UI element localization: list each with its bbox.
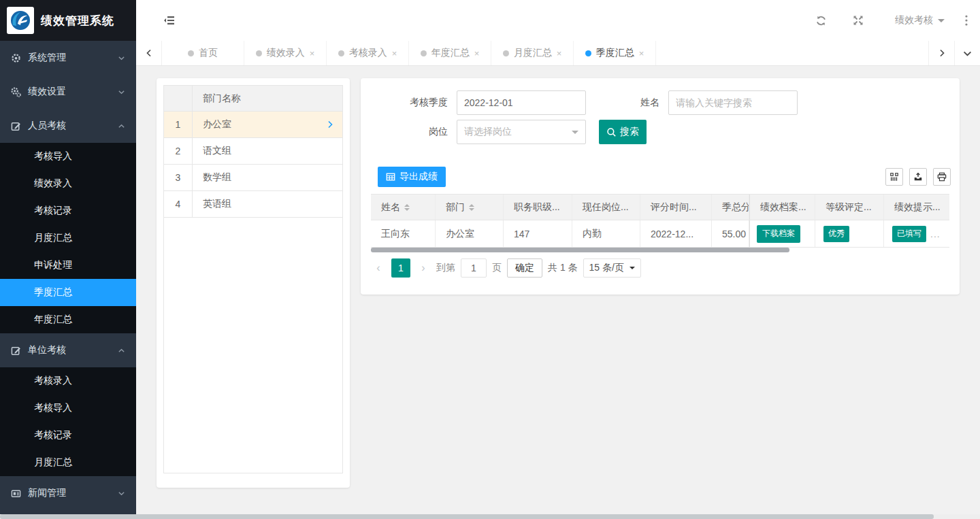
- window-horizontal-scrollbar-thumb[interactable]: [0, 514, 934, 519]
- tab-quarterly-summary[interactable]: 季度汇总 ×: [574, 41, 656, 65]
- tabs-menu-button[interactable]: [954, 41, 980, 65]
- name-field-group: 姓名: [619, 90, 798, 115]
- sidebar-item-annual-summary[interactable]: 年度汇总: [0, 306, 136, 333]
- submenu-personnel-assessment: 考核导入 绩效录入 考核记录 月度汇总 申诉处理 季度汇总 年度汇总: [0, 143, 136, 333]
- table-row: 王向东 办公室 147 内勤 2022-12... 55.00 下载档案 优秀 …: [371, 220, 949, 248]
- tab-home[interactable]: 首页: [162, 41, 244, 65]
- tab-label: 绩效录入: [267, 47, 305, 59]
- page-size-select[interactable]: 15 条/页: [583, 258, 641, 278]
- cell-current-post: 内勤: [572, 220, 640, 247]
- quarter-field-group: 考核季度: [371, 90, 586, 115]
- collapse-menu-icon[interactable]: [163, 15, 176, 26]
- chevron-down-icon: [118, 54, 125, 62]
- sidebar-item-performance-settings[interactable]: 绩效设置: [0, 75, 136, 109]
- post-select-placeholder: 请选择岗位: [464, 126, 512, 138]
- sort-icon[interactable]: [469, 204, 474, 211]
- next-page-button[interactable]: ›: [416, 262, 431, 274]
- tabs-scroll-right-button[interactable]: [928, 41, 954, 65]
- column-header-current-post: 现任岗位...: [572, 195, 640, 220]
- export-icon[interactable]: [909, 168, 927, 186]
- sidebar-item-personnel-assessment[interactable]: 人员考核: [0, 109, 136, 143]
- sidebar-item-quarterly-summary[interactable]: 季度汇总: [0, 279, 136, 306]
- column-header-department[interactable]: 部门: [436, 195, 504, 220]
- sidebar-item-performance-entry[interactable]: 绩效录入: [0, 170, 136, 197]
- sidebar-item-unit-assessment-import[interactable]: 考核导入: [0, 395, 136, 422]
- sidebar-item-unit-assessment-entry[interactable]: 考核录入: [0, 367, 136, 395]
- name-search-input[interactable]: [668, 90, 798, 115]
- export-scores-label: 导出成绩: [399, 171, 438, 183]
- chevron-down-icon: [118, 490, 125, 497]
- close-icon[interactable]: ×: [310, 48, 315, 58]
- department-row-chinese-group[interactable]: 2 语文组: [164, 138, 342, 165]
- department-table-header: 部门名称: [164, 86, 342, 112]
- download-archive-button[interactable]: 下载档案: [757, 225, 800, 243]
- user-menu[interactable]: 绩效考核: [895, 14, 945, 27]
- window-horizontal-scrollbar-track[interactable]: [0, 514, 980, 519]
- sidebar-item-unit-assessment-records[interactable]: 考核记录: [0, 422, 136, 449]
- sidebar-item-label: 考核录入: [34, 375, 72, 387]
- tab-assessment-entry[interactable]: 考核录入 ×: [327, 41, 409, 65]
- sidebar-item-label: 申诉处理: [34, 259, 72, 271]
- tabs-scroll-left-button[interactable]: [136, 41, 162, 65]
- sidebar-item-system-management[interactable]: 系统管理: [0, 41, 136, 75]
- sidebar-item-assessment-import[interactable]: 考核导入: [0, 143, 136, 170]
- news-icon: [11, 488, 21, 499]
- row-index: 4: [164, 191, 193, 217]
- tab-label: 季度汇总: [596, 47, 634, 59]
- tab-label: 首页: [199, 47, 218, 59]
- close-icon[interactable]: ×: [474, 48, 480, 58]
- tab-monthly-summary[interactable]: 月度汇总 ×: [491, 41, 574, 65]
- tab-annual-summary[interactable]: 年度汇总 ×: [409, 41, 491, 65]
- column-label: 绩效提示...: [894, 201, 941, 214]
- cell-rank: 147: [504, 220, 572, 247]
- sidebar-item-label: 单位考核: [28, 344, 66, 356]
- column-label: 职务职级...: [514, 201, 560, 214]
- confirm-page-button[interactable]: 确定: [507, 258, 542, 278]
- sidebar-item-label: 新闻管理: [28, 487, 66, 499]
- sidebar-item-monthly-summary[interactable]: 月度汇总: [0, 224, 136, 252]
- cell-name: 王向东: [371, 220, 436, 247]
- prev-page-button[interactable]: ‹: [371, 262, 386, 274]
- hint-more-text: ...: [930, 229, 941, 239]
- name-label: 姓名: [619, 97, 659, 109]
- quarter-input[interactable]: [457, 90, 586, 115]
- close-icon[interactable]: ×: [557, 48, 562, 58]
- current-page-button[interactable]: 1: [391, 258, 410, 278]
- sidebar-item-label: 考核记录: [34, 429, 72, 441]
- sidebar-item-news-management[interactable]: 新闻管理: [0, 476, 136, 510]
- sidebar-item-label: 考核记录: [34, 205, 72, 217]
- department-row-office[interactable]: 1 办公室: [164, 112, 342, 138]
- sidebar-item-assessment-records[interactable]: 考核记录: [0, 197, 136, 224]
- tab-label: 月度汇总: [514, 47, 552, 59]
- goto-page-input[interactable]: [461, 258, 487, 278]
- export-scores-button[interactable]: 导出成绩: [378, 167, 446, 187]
- app-title: 绩效管理系统: [41, 13, 114, 29]
- sort-icon[interactable]: [404, 204, 410, 211]
- vertical-dots-icon[interactable]: [965, 15, 968, 26]
- department-table: 部门名称 1 办公室 2 语文组 3 数学组 4 英语组: [163, 85, 343, 473]
- quarterly-summary-panel: 考核季度 姓名 岗位 请选择岗位 搜索 导出成绩: [361, 78, 960, 295]
- fullscreen-icon[interactable]: [853, 15, 864, 26]
- department-name-header: 部门名称: [193, 93, 342, 105]
- column-header-rank: 职务职级...: [504, 195, 572, 220]
- table-horizontal-scrollbar[interactable]: [371, 248, 789, 252]
- tab-dot: [256, 50, 262, 56]
- department-row-math-group[interactable]: 3 数学组: [164, 165, 342, 191]
- columns-filter-icon[interactable]: [885, 168, 903, 186]
- tab-performance-entry[interactable]: 绩效录入 ×: [244, 41, 327, 65]
- column-label: 部门: [446, 201, 465, 214]
- close-icon[interactable]: ×: [392, 48, 397, 58]
- department-row-english-group[interactable]: 4 英语组: [164, 191, 342, 218]
- sidebar-item-unit-monthly-summary[interactable]: 月度汇总: [0, 449, 136, 476]
- sidebar-item-label: 绩效录入: [34, 178, 72, 190]
- close-icon[interactable]: ×: [639, 48, 644, 58]
- sidebar-item-unit-assessment[interactable]: 单位考核: [0, 333, 136, 367]
- print-icon[interactable]: [933, 168, 951, 186]
- sidebar-item-appeal-handling[interactable]: 申诉处理: [0, 252, 136, 279]
- column-header-name[interactable]: 姓名: [371, 195, 436, 220]
- row-index: 3: [164, 165, 193, 190]
- search-button[interactable]: 搜索: [599, 120, 647, 144]
- refresh-icon[interactable]: [815, 15, 827, 27]
- post-select[interactable]: 请选择岗位: [457, 120, 586, 144]
- cell-archive: 下载档案: [749, 220, 815, 247]
